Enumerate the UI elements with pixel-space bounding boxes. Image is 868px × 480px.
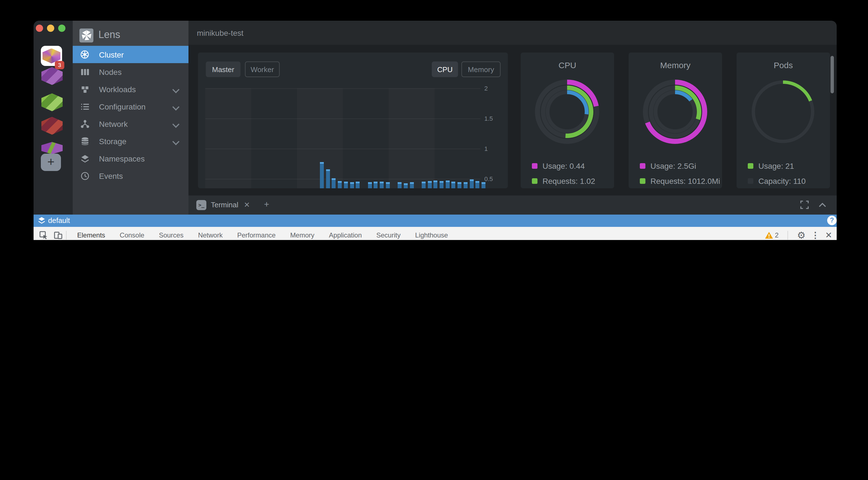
memory-donut-title: Memory xyxy=(629,60,722,70)
active-cluster-icon[interactable]: 3 xyxy=(41,46,62,66)
chevron-down-icon[interactable] xyxy=(172,103,179,110)
cpu-usage-bar xyxy=(440,181,443,188)
cpu-usage-bar xyxy=(398,182,402,188)
sidebar-item-label: Configuration xyxy=(99,102,146,111)
terminal-fullscreen-icon[interactable] xyxy=(800,201,809,209)
cluster-rail-item[interactable] xyxy=(41,142,63,154)
cpu-usage-bar xyxy=(464,182,468,188)
configuration-icon xyxy=(80,102,90,111)
legend-swatch xyxy=(640,163,645,169)
sidebar-item-namespaces[interactable]: Namespaces xyxy=(73,150,188,167)
device-toolbar-icon[interactable] xyxy=(54,231,63,240)
more-menu-icon[interactable]: ⋮ xyxy=(811,230,819,240)
traffic-light-zoom[interactable] xyxy=(58,25,65,32)
sidebar-item-label: Events xyxy=(99,171,123,180)
cluster-rail-item[interactable] xyxy=(41,67,63,85)
network-icon xyxy=(80,119,90,129)
terminal-tab[interactable]: Terminal xyxy=(211,201,238,209)
legend-label: Requests: 1012.0Mi xyxy=(650,177,720,185)
y-axis-tick-label: 1.5 xyxy=(484,115,493,122)
chevron-down-icon[interactable] xyxy=(172,86,179,93)
sidebar-item-label: Nodes xyxy=(99,67,122,76)
cpu-usage-bar xyxy=(356,182,360,188)
chevron-down-icon[interactable] xyxy=(172,138,179,145)
legend-swatch xyxy=(748,178,753,184)
cpu-usage-bar xyxy=(326,169,330,188)
cluster-rail-item[interactable] xyxy=(41,93,63,111)
devtools-tab-sources[interactable]: Sources xyxy=(152,227,191,240)
legend-swatch xyxy=(532,163,537,169)
sidebar: Lens ClusterNodesWorkloadsConfigurationN… xyxy=(73,21,188,214)
traffic-light-minimize[interactable] xyxy=(47,25,54,32)
devtools-tab-security[interactable]: Security xyxy=(369,227,408,240)
worker-toggle-button[interactable]: Worker xyxy=(245,62,280,77)
devtools-tab-lighthouse[interactable]: Lighthouse xyxy=(408,227,455,240)
cluster-title-bar: minikube-test xyxy=(188,21,837,45)
devtools-tab-network[interactable]: Network xyxy=(191,227,230,240)
inspect-element-icon[interactable] xyxy=(39,231,48,240)
cluster-hexagon-icon xyxy=(41,142,63,154)
cpu-usage-bar xyxy=(422,182,426,188)
devtools-tab-performance[interactable]: Performance xyxy=(230,227,283,240)
cpu-donut-title: CPU xyxy=(521,60,614,70)
add-cluster-button[interactable]: + xyxy=(41,154,61,171)
sidebar-item-nodes[interactable]: Nodes xyxy=(73,63,188,80)
cpu-usage-bar xyxy=(482,182,486,188)
chevron-down-icon[interactable] xyxy=(172,121,179,128)
layers-icon xyxy=(37,216,46,225)
legend-swatch xyxy=(640,178,645,184)
settings-gear-icon[interactable]: ⚙ xyxy=(797,229,806,240)
devtools-panel: ElementsConsoleSourcesNetworkPerformance… xyxy=(34,227,837,240)
nodes-icon xyxy=(80,67,90,76)
y-axis-tick-label: 2 xyxy=(484,85,488,92)
cpu-usage-bar xyxy=(445,180,450,188)
sidebar-item-cluster[interactable]: Cluster xyxy=(73,46,188,63)
devtools-toolbar: ElementsConsoleSourcesNetworkPerformance… xyxy=(34,227,837,240)
memory-toggle-button[interactable]: Memory xyxy=(461,62,501,77)
pods-donut-chart xyxy=(748,77,818,146)
usage-chart-card: Master Worker CPU Memory 0.511.52 xyxy=(198,53,508,188)
cpu-usage-bar xyxy=(410,182,413,188)
sidebar-item-events[interactable]: Events xyxy=(73,167,188,184)
pods-donut-title: Pods xyxy=(737,60,830,70)
devtools-tab-elements[interactable]: Elements xyxy=(70,227,113,240)
cpu-usage-bar xyxy=(452,182,456,188)
cpu-usage-bar xyxy=(338,181,342,188)
devtools-close-icon[interactable]: ✕ xyxy=(825,230,832,240)
console-warnings[interactable]: 2 xyxy=(765,231,778,239)
sidebar-item-network[interactable]: Network xyxy=(73,115,188,132)
traffic-light-close[interactable] xyxy=(36,25,43,32)
terminal-close-icon[interactable]: ✕ xyxy=(244,201,250,209)
memory-donut-card: Memory Usage: 2.5GiRequests: 1012.0Mi xyxy=(629,53,722,188)
cpu-usage-bar xyxy=(350,182,354,188)
cpu-toggle-button[interactable]: CPU xyxy=(432,62,458,77)
sidebar-item-workloads[interactable]: Workloads xyxy=(73,80,188,98)
cpu-usage-bar xyxy=(380,182,384,188)
cpu-usage-bar xyxy=(434,180,438,188)
memory-donut-chart xyxy=(640,77,710,146)
terminal-icon: >_ xyxy=(196,200,206,210)
cpu-donut-chart xyxy=(532,77,602,146)
sidebar-item-storage[interactable]: Storage xyxy=(73,132,188,150)
toolbar-divider xyxy=(66,231,67,240)
cluster-rail-item[interactable] xyxy=(41,117,63,135)
lens-app-window: 3 + Lens ClusterNodesWorkloadsConfigurat… xyxy=(34,21,837,240)
cpu-donut-card: CPU Usage: 0.44Requests: 1.02 xyxy=(521,53,614,188)
legend-label: Usage: 0.44 xyxy=(542,162,585,170)
legend-item: Usage: 21 xyxy=(748,162,794,170)
cpu-usage-bar xyxy=(475,181,479,188)
overview-scrollbar[interactable] xyxy=(831,56,834,93)
help-icon[interactable]: ? xyxy=(827,216,837,225)
devtools-tab-memory[interactable]: Memory xyxy=(283,227,322,240)
cluster-hexagon-icon xyxy=(41,93,63,111)
namespace-label[interactable]: default xyxy=(48,216,70,225)
storage-icon xyxy=(80,136,90,146)
sidebar-item-configuration[interactable]: Configuration xyxy=(73,98,188,115)
y-axis-tick-label: 0.5 xyxy=(484,175,493,182)
master-toggle-button[interactable]: Master xyxy=(206,62,241,77)
devtools-tab-application[interactable]: Application xyxy=(321,227,369,240)
terminal-add-icon[interactable]: + xyxy=(264,200,269,210)
terminal-collapse-icon[interactable] xyxy=(819,202,826,207)
devtools-tab-console[interactable]: Console xyxy=(113,227,152,240)
terminal-dock: >_ Terminal ✕ + xyxy=(188,195,837,214)
